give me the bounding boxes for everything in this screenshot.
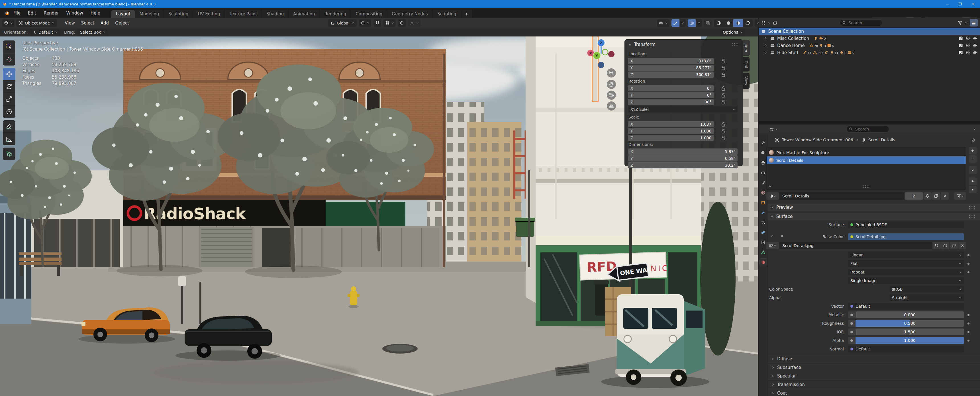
- hide-viewport-icon[interactable]: [966, 36, 970, 40]
- gizmo-toggle[interactable]: [671, 19, 679, 27]
- shading-material-button[interactable]: [733, 19, 743, 27]
- zoom-view-button[interactable]: [607, 68, 616, 78]
- panel-transmission[interactable]: Transmission: [767, 380, 980, 388]
- material-users-button[interactable]: 2: [905, 192, 923, 200]
- os-titlebar[interactable]: * DanceHome [D:\blender_dan\dance home\D…: [0, 0, 980, 8]
- projection-dropdown[interactable]: Flat: [848, 260, 964, 267]
- tab-uv-editing[interactable]: UV Editing: [193, 10, 225, 18]
- rotation-x-field[interactable]: X0°: [628, 85, 714, 91]
- tool-select-box[interactable]: [3, 40, 15, 53]
- hide-viewport-icon[interactable]: [966, 43, 970, 48]
- lock-icon[interactable]: [721, 86, 726, 91]
- lock-icon[interactable]: [721, 65, 726, 71]
- scale-y-field[interactable]: Y1.000: [628, 128, 714, 134]
- viewport-menu-object[interactable]: Object: [112, 21, 132, 25]
- hide-viewport-icon[interactable]: [966, 51, 970, 55]
- tab-compositing[interactable]: Compositing: [351, 10, 387, 18]
- panel-grip-icon[interactable]: [969, 215, 976, 218]
- base-color-field[interactable]: ScrollDetail.jpg: [848, 233, 964, 240]
- ortho-toggle-button[interactable]: [607, 102, 616, 111]
- lock-icon[interactable]: [721, 92, 726, 98]
- color-space-dropdown[interactable]: sRGB: [889, 286, 964, 293]
- close-button[interactable]: [967, 0, 980, 8]
- lock-icon[interactable]: [721, 99, 726, 105]
- lock-icon[interactable]: [721, 128, 726, 134]
- checkbox-icon[interactable]: [959, 51, 963, 55]
- blender-menu-icon[interactable]: [3, 10, 10, 16]
- tool-measure[interactable]: [3, 133, 15, 145]
- browse-material-button[interactable]: [766, 192, 779, 200]
- lock-icon[interactable]: [721, 135, 726, 141]
- options-chevron-icon[interactable]: [973, 128, 976, 130]
- overlays-dropdown[interactable]: [696, 19, 702, 27]
- location-y-field[interactable]: Y-85.277": [628, 65, 714, 71]
- tool-scale[interactable]: [3, 93, 15, 105]
- lock-icon[interactable]: [721, 72, 726, 78]
- tab-particles[interactable]: [759, 219, 767, 226]
- lock-icon[interactable]: [721, 121, 726, 127]
- disable-render-icon[interactable]: [973, 43, 977, 48]
- list-expand-icon[interactable]: [769, 185, 772, 188]
- fake-user-button[interactable]: [924, 192, 932, 200]
- material-slot[interactable]: Pink Marble For Sculpture: [767, 149, 966, 156]
- pivot-point-dropdown[interactable]: [359, 19, 371, 27]
- tab-layout[interactable]: Layout: [111, 10, 135, 18]
- tab-render[interactable]: [759, 149, 767, 156]
- panel-sheen[interactable]: Sheen: [767, 394, 980, 396]
- panel-specular[interactable]: Specular: [767, 372, 980, 380]
- pan-view-button[interactable]: [607, 80, 616, 89]
- breadcrumb-object[interactable]: Tower Window Side Ornament.006: [782, 138, 853, 142]
- proportional-edit-toggle[interactable]: [398, 19, 406, 27]
- tab-rendering[interactable]: Rendering: [320, 10, 351, 18]
- sidebar-tab-tool[interactable]: Tool: [743, 57, 749, 72]
- viewport-menu-view[interactable]: View: [62, 21, 78, 25]
- list-grip-icon[interactable]: [863, 185, 870, 188]
- tool-move[interactable]: [3, 68, 15, 80]
- tab-geometry-nodes[interactable]: Geometry Nodes: [387, 10, 433, 18]
- viewport-menu-add[interactable]: Add: [97, 21, 112, 25]
- outliner-editor-icon[interactable]: [761, 21, 766, 25]
- checkbox-icon[interactable]: [959, 43, 963, 48]
- image-name-field[interactable]: ScrollDetail.jpg: [780, 242, 932, 249]
- location-z-field[interactable]: Z300.31": [628, 72, 714, 78]
- drag-dropdown[interactable]: Select Box: [78, 29, 108, 36]
- visibility-dropdown[interactable]: [657, 19, 670, 27]
- image-unlink-button[interactable]: [958, 242, 966, 249]
- dimension-x-field[interactable]: X5.87": [628, 148, 738, 155]
- tool-rotate[interactable]: [3, 80, 15, 93]
- scale-x-field[interactable]: X1.037: [628, 121, 714, 127]
- camera-view-button[interactable]: [607, 91, 616, 100]
- maximize-button[interactable]: [954, 0, 967, 8]
- alpha-mode-dropdown[interactable]: Straight: [889, 294, 964, 301]
- tool-annotate[interactable]: [3, 120, 15, 133]
- minimize-button[interactable]: [941, 0, 954, 8]
- browse-image-button[interactable]: [766, 242, 779, 249]
- unlink-material-button[interactable]: [941, 192, 949, 200]
- extension-dropdown[interactable]: Repeat: [848, 269, 964, 275]
- image-new-button[interactable]: [941, 242, 949, 249]
- preview-panel-header[interactable]: Preview: [767, 203, 980, 211]
- outliner-row-scene-collection[interactable]: Scene Collection: [759, 28, 980, 35]
- expand-icon[interactable]: [764, 51, 767, 54]
- new-collection-button[interactable]: [970, 19, 978, 27]
- tab-view-layer[interactable]: [759, 169, 767, 177]
- scale-z-field[interactable]: Z1.000: [628, 135, 714, 141]
- tab-animation[interactable]: Animation: [289, 10, 320, 18]
- move-slot-up-button[interactable]: [969, 178, 977, 185]
- dimension-z-field[interactable]: Z30.2": [628, 162, 738, 169]
- falloff-dropdown[interactable]: [408, 19, 420, 27]
- menu-edit[interactable]: Edit: [24, 9, 40, 17]
- tab-modifiers[interactable]: [759, 209, 767, 216]
- tool-orientation-dropdown[interactable]: Default: [30, 29, 60, 36]
- rotation-z-field[interactable]: Z90°: [628, 99, 714, 105]
- expand-icon[interactable]: [764, 44, 767, 47]
- display-mode-icon[interactable]: [773, 21, 778, 25]
- ior-slider[interactable]: 1.500: [856, 329, 964, 335]
- xray-toggle[interactable]: [704, 19, 712, 27]
- menu-help[interactable]: Help: [87, 9, 104, 17]
- tool-transform[interactable]: [3, 105, 15, 118]
- normal-field[interactable]: Default: [848, 345, 964, 352]
- material-name-field[interactable]: Scroll Details: [780, 192, 904, 200]
- gizmo-dropdown[interactable]: [680, 19, 686, 27]
- overlays-toggle[interactable]: [688, 19, 696, 27]
